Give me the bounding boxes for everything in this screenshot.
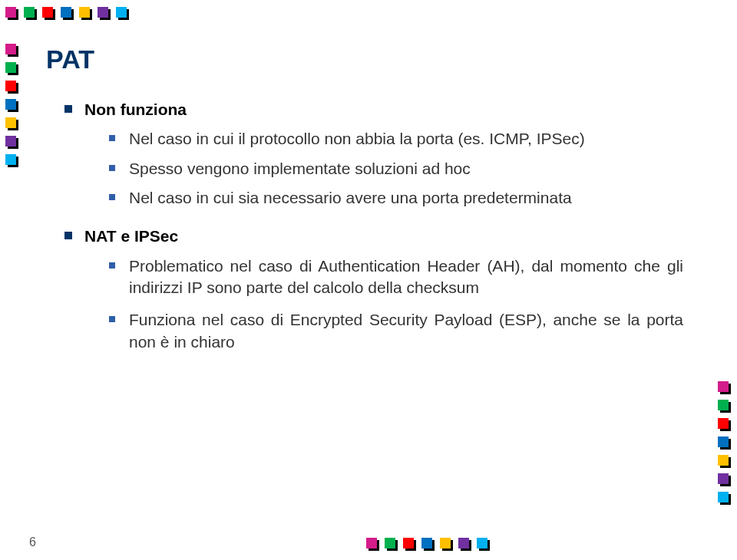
bullet-level1: Non funziona (64, 99, 683, 120)
bullet-level2: Problematico nel caso di Authentication … (109, 255, 683, 299)
bullet-level1: NAT e IPSec (64, 226, 683, 247)
bullet-level2: Spesso vengono implementate soluzioni ad… (109, 158, 683, 180)
bullet-level2: Nel caso in cui il protocollo non abbia … (109, 128, 683, 150)
slide-content: PAT Non funziona Nel caso in cui il prot… (46, 42, 683, 361)
slide-title: PAT (46, 42, 683, 77)
page-number: 6 (29, 535, 36, 549)
bullet-level2: Funziona nel caso di Encrypted Security … (109, 309, 683, 353)
bullet-level2: Nel caso in cui sia necessario avere una… (109, 187, 683, 209)
